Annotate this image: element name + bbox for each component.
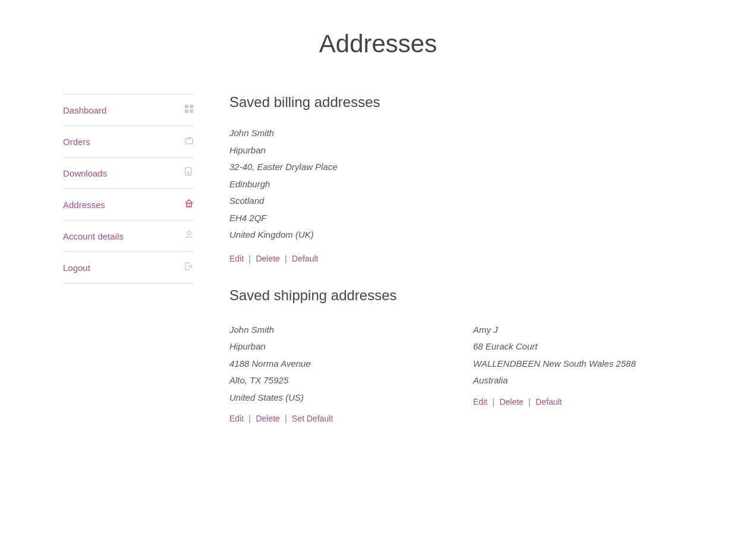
billing-default-link[interactable]: Default bbox=[292, 254, 318, 263]
billing-street: 32-40, Easter Drylaw Place bbox=[229, 159, 693, 176]
sidebar-label-orders: Orders bbox=[63, 137, 90, 147]
billing-actions: Edit | Delete | Default bbox=[229, 253, 693, 263]
shipping-2-name: Amy J bbox=[473, 322, 693, 339]
billing-city: Edinburgh bbox=[229, 176, 693, 193]
sidebar-nav: Dashboard Order bbox=[63, 94, 194, 284]
shipping-address-1: John Smith Hipurban 4188 Norma Avenue Al… bbox=[229, 322, 449, 424]
sidebar-item-logout[interactable]: Logout bbox=[63, 252, 194, 284]
svg-point-11 bbox=[187, 231, 191, 235]
billing-name: John Smith bbox=[229, 125, 693, 142]
shipping-1-edit-link[interactable]: Edit bbox=[229, 414, 244, 423]
sidebar: Dashboard Order bbox=[63, 94, 194, 284]
sidebar-label-dashboard: Dashboard bbox=[63, 105, 106, 115]
shipping-1-actions: Edit | Delete | Set Default bbox=[229, 413, 449, 423]
billing-address-block: John Smith Hipurban 32-40, Easter Drylaw… bbox=[229, 125, 693, 244]
billing-postcode: EH4 2QF bbox=[229, 210, 693, 227]
shipping-1-street: 4188 Norma Avenue bbox=[229, 355, 449, 373]
shipping-address-2: Amy J 68 Eurack Court WALLENDBEEN New So… bbox=[473, 322, 693, 424]
shipping-2-separator-2: | bbox=[528, 396, 533, 407]
svg-rect-0 bbox=[185, 105, 188, 108]
grid-icon bbox=[184, 104, 194, 116]
shipping-2-separator-1: | bbox=[492, 396, 497, 407]
billing-separator-1: | bbox=[248, 253, 253, 263]
svg-rect-1 bbox=[190, 105, 193, 108]
shipping-2-city: WALLENDBEEN New South Wales 2588 bbox=[473, 355, 693, 373]
shipping-section-title: Saved shipping addresses bbox=[229, 287, 693, 304]
sidebar-item-downloads[interactable]: Downloads bbox=[63, 158, 194, 189]
shipping-2-delete-link[interactable]: Delete bbox=[499, 397, 523, 407]
billing-section-title: Saved billing addresses bbox=[229, 94, 693, 111]
shipping-1-company: Hipurban bbox=[229, 338, 449, 355]
billing-delete-link[interactable]: Delete bbox=[256, 254, 279, 263]
billing-edit-link[interactable]: Edit bbox=[229, 254, 244, 263]
shipping-1-separator-2: | bbox=[285, 413, 289, 423]
sidebar-item-account-details[interactable]: Account details bbox=[63, 221, 194, 252]
sidebar-label-logout: Logout bbox=[63, 263, 90, 273]
sidebar-label-account-details: Account details bbox=[63, 231, 124, 241]
logout-icon bbox=[184, 262, 194, 273]
main-content: Saved billing addresses John Smith Hipur… bbox=[229, 94, 693, 423]
shipping-1-country: United States (US) bbox=[229, 389, 449, 407]
shipping-2-edit-link[interactable]: Edit bbox=[473, 397, 487, 407]
shipping-1-delete-link[interactable]: Delete bbox=[256, 414, 279, 423]
svg-rect-2 bbox=[185, 109, 188, 113]
sidebar-item-orders[interactable]: Orders bbox=[63, 126, 194, 158]
page-title: Addresses bbox=[63, 30, 693, 58]
content-area: Dashboard Order bbox=[63, 94, 693, 423]
shipping-1-set-default-link[interactable]: Set Default bbox=[292, 414, 333, 423]
sidebar-link-account-details[interactable]: Account details bbox=[63, 221, 194, 251]
shipping-2-country: Australia bbox=[473, 372, 693, 389]
sidebar-item-addresses[interactable]: Addresses bbox=[63, 189, 194, 221]
sidebar-link-addresses[interactable]: Addresses bbox=[63, 189, 194, 220]
shipping-section: Saved shipping addresses John Smith Hipu… bbox=[229, 287, 693, 424]
billing-section: Saved billing addresses John Smith Hipur… bbox=[229, 94, 693, 263]
download-icon bbox=[184, 167, 194, 179]
shipping-address-block-2: Amy J 68 Eurack Court WALLENDBEEN New So… bbox=[473, 322, 693, 389]
shipping-address-block-1: John Smith Hipurban 4188 Norma Avenue Al… bbox=[229, 322, 449, 407]
shipping-2-actions: Edit | Delete | Default bbox=[473, 396, 693, 407]
shipping-1-city: Alto, TX 75925 bbox=[229, 372, 449, 389]
bag-icon bbox=[184, 136, 194, 147]
sidebar-item-dashboard[interactable]: Dashboard bbox=[63, 95, 194, 126]
user-icon bbox=[184, 230, 194, 242]
billing-company: Hipurban bbox=[229, 142, 693, 159]
page-title-area: Addresses bbox=[63, 0, 693, 94]
home-icon bbox=[184, 199, 194, 210]
shipping-grid: John Smith Hipurban 4188 Norma Avenue Al… bbox=[229, 322, 693, 424]
shipping-1-name: John Smith bbox=[229, 322, 449, 339]
svg-rect-4 bbox=[185, 139, 193, 144]
sidebar-link-logout[interactable]: Logout bbox=[63, 252, 194, 283]
svg-rect-3 bbox=[190, 109, 193, 113]
shipping-1-separator-1: | bbox=[248, 413, 253, 423]
sidebar-link-downloads[interactable]: Downloads bbox=[63, 158, 194, 188]
sidebar-link-dashboard[interactable]: Dashboard bbox=[63, 95, 194, 125]
svg-rect-10 bbox=[188, 204, 190, 207]
sidebar-label-downloads: Downloads bbox=[63, 168, 107, 178]
billing-region: Scotland bbox=[229, 193, 693, 210]
shipping-2-street: 68 Eurack Court bbox=[473, 338, 693, 355]
billing-country: United Kingdom (UK) bbox=[229, 226, 693, 244]
shipping-2-default-link[interactable]: Default bbox=[536, 397, 562, 407]
sidebar-label-addresses: Addresses bbox=[63, 200, 105, 210]
billing-separator-2: | bbox=[285, 253, 289, 263]
sidebar-link-orders[interactable]: Orders bbox=[63, 126, 194, 157]
